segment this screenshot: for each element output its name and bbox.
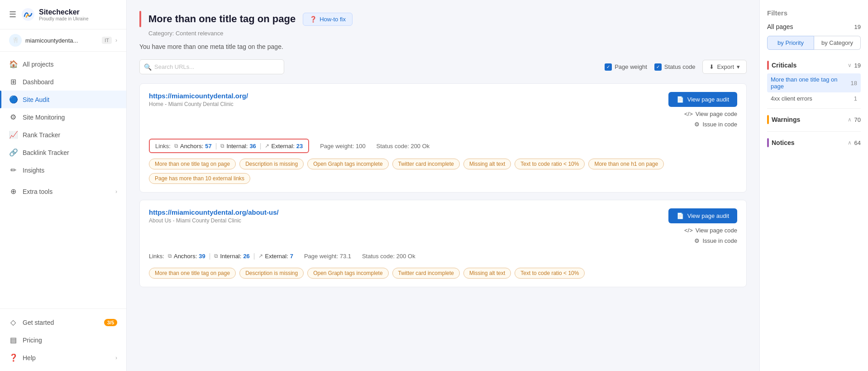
view-audit-button-1[interactable]: 📄 View page audit	[668, 208, 737, 223]
warnings-count: 70	[854, 116, 861, 123]
get-started-badge: 3/5	[104, 319, 117, 326]
sidebar-item-extra-tools[interactable]: ⊕ Extra tools ›	[0, 183, 126, 200]
page-content: More than one title tag on page ❓ How-to…	[127, 0, 759, 371]
sidebar-item-help[interactable]: ❓ Help ›	[0, 349, 126, 366]
internal-stat-0: ⧉ Internal: 36	[220, 143, 256, 149]
page-weight-checkbox-group[interactable]: ✓ Page weight	[605, 63, 647, 71]
sidebar-item-rank-tracker[interactable]: 📈 Rank Tracker	[0, 126, 126, 144]
status-code-0: Status code: 200 Ok	[377, 143, 430, 149]
tag-item[interactable]: Open Graph tags incomplete	[307, 268, 388, 279]
anchors-stat-0: ⧉ Anchors: 57	[174, 143, 212, 149]
page-card-info-1: https://miamicountydental.org/about-us/ …	[149, 208, 279, 224]
tag-item[interactable]: Twitter card incomplete	[392, 159, 460, 169]
backlink-icon: 🔗	[9, 148, 17, 157]
page-url-1[interactable]: https://miamicountydental.org/about-us/	[149, 208, 279, 216]
sidebar-item-label: Extra tools	[23, 188, 52, 195]
filter-divider-1	[767, 108, 861, 109]
tag-item[interactable]: Twitter card incomplete	[392, 268, 460, 279]
sidebar-item-backlink-tracker[interactable]: 🔗 Backlink Tracker	[0, 144, 126, 161]
code-icon: </>	[684, 111, 693, 117]
filter-item-4xx[interactable]: 4xx client errors 1	[767, 92, 861, 105]
logo-area: Sitechecker Proudly made in Ukraine	[21, 7, 89, 22]
sidebar-item-all-projects[interactable]: 🏠 All projects	[0, 55, 126, 73]
links-meta-row-1: Links: ⧉ Anchors: 39 | ⧉ Internal: 26	[149, 250, 737, 262]
notices-chevron-icon: ∧	[848, 140, 852, 146]
sidebar-item-pricing[interactable]: ▤ Pricing	[0, 331, 126, 349]
sidebar-item-label: Site Audit	[23, 96, 49, 103]
filter-section-header-criticals[interactable]: Criticals ∨ 19	[767, 57, 861, 73]
status-code-label: Status code	[664, 63, 696, 70]
filter-section-header-notices[interactable]: Notices ∧ 64	[767, 135, 861, 151]
tag-item[interactable]: Open Graph tags incomplete	[307, 159, 388, 169]
issue-code-button-0[interactable]: ⚙ Issue in code	[694, 121, 737, 128]
sidebar-item-get-started[interactable]: ◇ Get started 3/5	[0, 313, 126, 331]
criticals-label: Criticals	[767, 61, 796, 70]
filters-title: Filters	[767, 9, 861, 17]
sidebar-item-site-audit[interactable]: 🔵 Site Audit	[0, 91, 126, 108]
warnings-label: Warnings	[767, 115, 800, 124]
page-weight-checkbox[interactable]: ✓	[605, 63, 612, 71]
monitoring-icon: ⚙	[9, 113, 17, 121]
site-audit-icon: 🔵	[9, 95, 17, 104]
status-code-checkbox-group[interactable]: ✓ Status code	[654, 63, 696, 71]
sidebar-item-dashboard[interactable]: ⊞ Dashboard	[0, 73, 126, 91]
search-input[interactable]	[139, 59, 284, 74]
page-weight-1: Page weight: 73.1	[304, 253, 351, 260]
home-icon: 🏠	[9, 60, 17, 68]
filter-item-title-tag[interactable]: More than one title tag on page 18	[767, 73, 861, 92]
view-code-button-1[interactable]: </> View page code	[684, 227, 737, 234]
view-code-button-0[interactable]: </> View page code	[684, 111, 737, 117]
external-stat-1: ↗ External: 7	[258, 253, 293, 260]
tag-item[interactable]: Missing alt text	[463, 268, 511, 279]
project-row[interactable]: 🦷 miamicountydenta... IT ›	[0, 29, 126, 52]
get-started-icon: ◇	[9, 318, 17, 327]
how-to-fix-label: How-to fix	[320, 16, 346, 23]
tag-item[interactable]: Description is missing	[239, 159, 304, 169]
links-row-0: Links: ⧉ Anchors: 57 | ⧉ Internal: 36	[149, 139, 309, 153]
search-wrapper: 🔍	[139, 59, 284, 74]
export-button[interactable]: ⬇ Export ▾	[702, 60, 747, 74]
gear-icon: ⚙	[694, 237, 700, 244]
page-card-header-0: https://miamicountydental.org/ Home - Mi…	[149, 92, 737, 128]
filter-item-count: 18	[851, 80, 857, 87]
sidebar-item-insights[interactable]: ✏ Insights	[0, 161, 126, 179]
file-icon: 📄	[677, 212, 684, 219]
controls-bar: 🔍 ✓ Page weight ✓ Status code ⬇ Export	[139, 59, 747, 74]
issue-code-button-1[interactable]: ⚙ Issue in code	[694, 237, 737, 244]
tag-item[interactable]: More than one title tag on page	[149, 268, 236, 279]
tag-item[interactable]: More than one title tag on page	[149, 159, 236, 169]
filter-divider-2	[767, 131, 861, 132]
dashboard-icon: ⊞	[9, 77, 17, 86]
external-icon: ↗	[265, 143, 269, 149]
status-code-checkbox[interactable]: ✓	[654, 63, 662, 71]
links-meta-row-0: Links: ⧉ Anchors: 57 | ⧉ Internal: 36	[149, 133, 737, 153]
tag-item[interactable]: Text to code ratio < 10%	[515, 268, 585, 279]
project-chevron-icon: ›	[115, 37, 117, 43]
logo-tagline: Proudly made in Ukraine	[39, 16, 89, 21]
filter-section-notices: Notices ∧ 64	[767, 135, 861, 151]
tag-item[interactable]: Description is missing	[239, 268, 304, 279]
category-text: Category: Content relevance	[148, 30, 747, 37]
tag-item[interactable]: More than one h1 on page	[588, 159, 664, 169]
help-circle-icon: ❓	[310, 16, 317, 23]
hamburger-icon[interactable]: ☰	[9, 10, 16, 19]
controls-right: ✓ Page weight ✓ Status code ⬇ Export ▾	[605, 60, 747, 74]
by-category-button[interactable]: by Category	[814, 36, 861, 50]
view-audit-button-0[interactable]: 📄 View page audit	[668, 92, 737, 107]
page-title: More than one title tag on page	[148, 13, 296, 25]
nav-items: 🏠 All projects ⊞ Dashboard 🔵 Site Audit …	[0, 52, 126, 308]
page-card-inner-0: https://miamicountydental.org/ Home - Mi…	[140, 84, 746, 192]
notices-label: Notices	[767, 138, 795, 147]
tag-item[interactable]: Missing alt text	[463, 159, 511, 169]
filter-section-criticals: Criticals ∨ 19 More than one title tag o…	[767, 57, 861, 105]
filter-section-header-warnings[interactable]: Warnings ∧ 70	[767, 111, 861, 128]
how-to-fix-button[interactable]: ❓ How-to fix	[303, 13, 353, 26]
page-url-0[interactable]: https://miamicountydental.org/	[149, 92, 248, 100]
help-icon: ❓	[9, 353, 17, 362]
tag-item[interactable]: Page has more than 10 external links	[149, 173, 250, 184]
by-priority-button[interactable]: by Priority	[767, 36, 814, 50]
page-card-header-1: https://miamicountydental.org/about-us/ …	[149, 208, 737, 244]
main: More than one title tag on page ❓ How-to…	[127, 0, 868, 371]
tag-item[interactable]: Text to code ratio < 10%	[515, 159, 585, 169]
sidebar-item-site-monitoring[interactable]: ⚙ Site Monitoring	[0, 108, 126, 126]
